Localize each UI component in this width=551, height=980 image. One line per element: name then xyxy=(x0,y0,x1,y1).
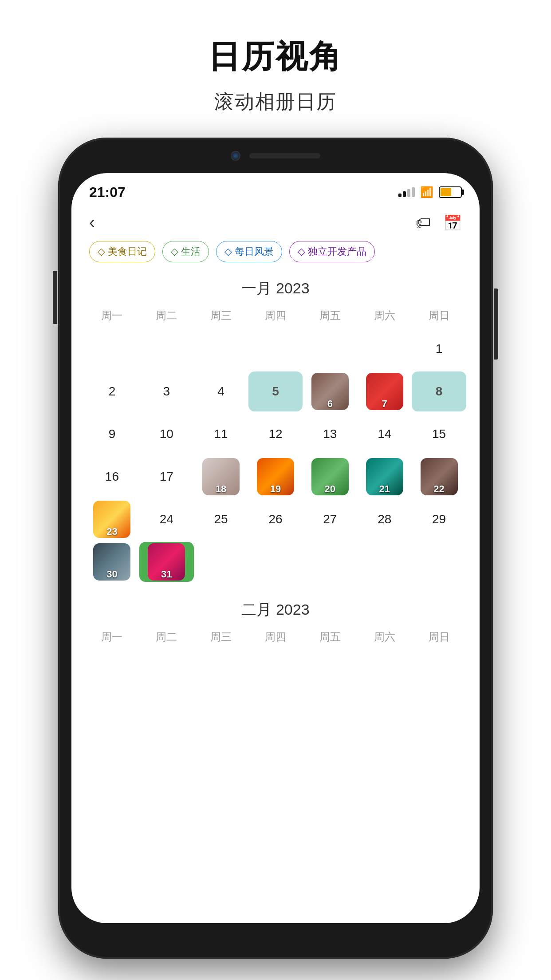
feb-weekday-sun: 周日 xyxy=(412,627,466,647)
day-2[interactable]: 2 xyxy=(85,371,139,411)
tag-icon: ◇ xyxy=(171,246,178,257)
nav-actions: 🏷 📅 xyxy=(416,214,462,232)
page-title: 日历视角 xyxy=(0,36,551,78)
day-23[interactable]: 23 xyxy=(85,499,139,539)
day-empty xyxy=(85,329,139,369)
feb-weekday-mon: 周一 xyxy=(85,627,139,647)
status-bar: 21:07 📶 xyxy=(71,173,480,204)
tag-food-diary[interactable]: ◇ 美食日记 xyxy=(89,241,155,262)
feb-weekday-fri: 周五 xyxy=(303,627,357,647)
calendar-feb: 周一 周二 周三 周四 周五 周六 周日 xyxy=(85,627,466,647)
calendar-button[interactable]: 📅 xyxy=(443,214,462,232)
signal-icon xyxy=(398,187,415,197)
month-jan-header: 一月 2023 xyxy=(85,269,466,306)
day-8[interactable]: 8 xyxy=(412,371,466,411)
day-15[interactable]: 15 xyxy=(412,414,466,454)
phone-screen: 21:07 📶 ‹ 🏷 📅 xyxy=(71,173,480,923)
day-29[interactable]: 29 xyxy=(412,499,466,539)
feb-weekday-tue: 周二 xyxy=(139,627,194,647)
day-empty xyxy=(139,329,194,369)
phone-top-bezel xyxy=(231,151,320,161)
feb-weekday-row: 周一 周二 周三 周四 周五 周六 周日 xyxy=(85,627,466,647)
tag-icon: ◇ xyxy=(298,246,305,257)
day-16[interactable]: 16 xyxy=(85,457,139,497)
tag-daily-scenery[interactable]: ◇ 每日风景 xyxy=(216,241,282,262)
speaker xyxy=(249,153,320,158)
tag-label: 生活 xyxy=(181,245,201,258)
tag-label: 独立开发产品 xyxy=(308,245,366,258)
day-13[interactable]: 13 xyxy=(303,414,357,454)
day-empty xyxy=(412,542,466,582)
weekday-wed: 周三 xyxy=(194,306,248,325)
week-row-5: 23 24 25 26 27 28 xyxy=(85,499,466,539)
day-30[interactable]: 30 xyxy=(85,542,139,582)
feb-weekday-wed: 周三 xyxy=(194,627,248,647)
day-empty xyxy=(194,542,248,582)
day-empty xyxy=(303,542,357,582)
day-18[interactable]: 18 xyxy=(194,457,248,497)
tags-row: ◇ 美食日记 ◇ 生活 ◇ 每日风景 ◇ 独立开发产品 xyxy=(85,237,466,269)
day-7[interactable]: 7 xyxy=(357,371,412,411)
week-row-3: 9 10 11 12 13 14 xyxy=(85,414,466,454)
weekday-row: 周一 周二 周三 周四 周五 周六 周日 xyxy=(85,306,466,325)
day-25[interactable]: 25 xyxy=(194,499,248,539)
day-22[interactable]: 22 xyxy=(412,457,466,497)
day-26[interactable]: 26 xyxy=(248,499,303,539)
app-content: ‹ 🏷 📅 ◇ 美食日记 ◇ 生活 ◇ 每日风景 xyxy=(71,204,480,923)
tag-label: 美食日记 xyxy=(108,245,147,258)
feb-weekday-thu: 周四 xyxy=(248,627,303,647)
day-empty xyxy=(248,329,303,369)
tag-indie-dev[interactable]: ◇ 独立开发产品 xyxy=(289,241,375,262)
week-row-4: 16 17 18 19 20 xyxy=(85,457,466,497)
tag-label: 每日风景 xyxy=(235,245,274,258)
status-time: 21:07 xyxy=(89,184,126,201)
tag-icon: ◇ xyxy=(224,246,232,257)
month-feb-section: 二月 2023 周一 周二 周三 周四 周五 周六 周日 xyxy=(85,591,466,647)
weekday-tue: 周二 xyxy=(139,306,194,325)
tag-life[interactable]: ◇ 生活 xyxy=(162,241,209,262)
day-21[interactable]: 21 xyxy=(357,457,412,497)
day-empty xyxy=(248,542,303,582)
battery-icon xyxy=(439,186,462,198)
day-3[interactable]: 3 xyxy=(139,371,194,411)
day-14[interactable]: 14 xyxy=(357,414,412,454)
day-5[interactable]: 5 xyxy=(248,371,303,411)
tag-button[interactable]: 🏷 xyxy=(416,214,431,232)
day-empty xyxy=(303,329,357,369)
nav-bar: ‹ 🏷 📅 xyxy=(85,204,466,237)
weekday-sun: 周日 xyxy=(412,306,466,325)
day-10[interactable]: 10 xyxy=(139,414,194,454)
front-camera xyxy=(231,151,240,161)
day-empty xyxy=(194,329,248,369)
battery-fill xyxy=(441,188,451,196)
day-6[interactable]: 6 xyxy=(303,371,357,411)
day-27[interactable]: 27 xyxy=(303,499,357,539)
day-17[interactable]: 17 xyxy=(139,457,194,497)
back-button[interactable]: ‹ xyxy=(89,213,95,232)
week-row-1: 1 xyxy=(85,329,466,369)
status-icons: 📶 xyxy=(398,186,462,198)
day-1[interactable]: 1 xyxy=(412,329,466,369)
week-row-2: 2 3 4 5 6 xyxy=(85,371,466,411)
day-empty xyxy=(357,329,412,369)
day-19[interactable]: 19 xyxy=(248,457,303,497)
day-31[interactable]: 31 xyxy=(139,542,194,582)
day-20[interactable]: 20 xyxy=(303,457,357,497)
weekday-fri: 周五 xyxy=(303,306,357,325)
calendar-jan: 周一 周二 周三 周四 周五 周六 周日 1 xyxy=(85,306,466,582)
day-empty xyxy=(357,542,412,582)
day-4[interactable]: 4 xyxy=(194,371,248,411)
phone-mockup: 21:07 📶 ‹ 🏷 📅 xyxy=(58,138,493,959)
day-9[interactable]: 9 xyxy=(85,414,139,454)
wifi-icon: 📶 xyxy=(420,186,433,198)
tag-icon: ◇ xyxy=(98,246,105,257)
weekday-mon: 周一 xyxy=(85,306,139,325)
week-row-6: 30 31 xyxy=(85,542,466,582)
day-11[interactable]: 11 xyxy=(194,414,248,454)
month-feb-header: 二月 2023 xyxy=(85,591,466,627)
day-12[interactable]: 12 xyxy=(248,414,303,454)
page-subtitle: 滚动相册日历 xyxy=(0,89,551,115)
weekday-sat: 周六 xyxy=(357,306,412,325)
day-28[interactable]: 28 xyxy=(357,499,412,539)
day-24[interactable]: 24 xyxy=(139,499,194,539)
